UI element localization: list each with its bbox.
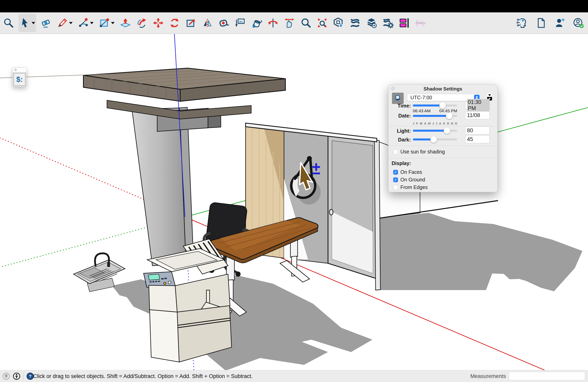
separator: [388, 126, 497, 126]
export-layers-tool[interactable]: [365, 14, 378, 32]
light-value-field[interactable]: 80: [465, 126, 490, 134]
move-tool[interactable]: [152, 14, 165, 32]
dropdown-caret-icon[interactable]: [69, 22, 73, 24]
two-point-arc-tool[interactable]: [77, 14, 95, 32]
3d-warehouse-tool[interactable]: [332, 14, 345, 32]
month-scale: JFMAMJJASOND: [413, 122, 457, 125]
from-edges-checkbox[interactable]: [393, 185, 398, 190]
display-label: Display:: [392, 160, 411, 166]
soften-edges-tool[interactable]: [348, 14, 362, 32]
tape-measure-tool[interactable]: [217, 14, 231, 32]
on-ground-checkbox[interactable]: [393, 177, 398, 182]
time-slider[interactable]: [413, 104, 457, 107]
svg-text:A1: A1: [239, 20, 243, 23]
palette-title-bar[interactable]: [13, 68, 26, 72]
distribute-icon: [415, 17, 426, 29]
time-label: Time:: [388, 103, 411, 109]
model-info-icon[interactable]: [13, 372, 21, 380]
eraser-tool[interactable]: [39, 14, 53, 32]
measurements-input[interactable]: [509, 372, 585, 380]
from-edges-label: From Edges: [400, 184, 428, 190]
flip-tool[interactable]: [201, 14, 214, 32]
add-collaborator-icon: [554, 17, 566, 29]
match-photo-tool[interactable]: [398, 14, 411, 32]
dropdown-caret-icon[interactable]: [32, 22, 35, 24]
extension-settings-tool[interactable]: [381, 14, 394, 32]
help-icon[interactable]: ?: [26, 372, 34, 380]
push-pull-tool[interactable]: [119, 14, 132, 32]
add-collaborator-tool[interactable]: [553, 14, 567, 32]
month-tick: O: [447, 122, 449, 125]
orbit-icon: [267, 17, 279, 29]
show-shadows-toggle[interactable]: [392, 93, 404, 104]
svg-text:?: ?: [29, 374, 32, 379]
move-icon: [153, 17, 164, 29]
palette-close-icon[interactable]: [14, 69, 17, 71]
two-point-arc-icon: [78, 17, 89, 29]
date-slider[interactable]: [413, 115, 457, 117]
on-ground-label: On Ground: [400, 177, 425, 183]
window-title-strip: [0, 0, 588, 12]
dialog-title-bar[interactable]: Shadow Settings: [388, 84, 497, 92]
scale-tool[interactable]: [184, 14, 198, 32]
toolbar-right-group: [516, 12, 585, 34]
price-tool-button[interactable]: $:: [13, 73, 26, 86]
geolocation-icon[interactable]: [2, 372, 10, 380]
follow-me-icon: [136, 17, 147, 29]
display-option-from-edges[interactable]: From Edges: [393, 184, 428, 190]
text-tool[interactable]: A1: [234, 14, 247, 32]
rectangle-tool[interactable]: [98, 14, 116, 32]
extension-settings-icon: [382, 17, 393, 29]
dropdown-caret-icon[interactable]: [90, 22, 94, 24]
zoom-icon: [300, 17, 311, 29]
push-pull-icon: [120, 17, 131, 29]
ai-assistant-tool[interactable]: [516, 14, 529, 32]
search-model-tool[interactable]: [2, 14, 15, 32]
use-sun-row[interactable]: Use sun for shading: [393, 149, 445, 155]
zoom-extents-tool[interactable]: [315, 14, 329, 32]
dark-label: Dark:: [388, 137, 411, 143]
month-tick: J: [413, 122, 414, 125]
on-faces-checkbox[interactable]: [393, 170, 398, 175]
paint-bucket-tool[interactable]: [250, 14, 263, 32]
model-viewport[interactable]: [0, 34, 588, 370]
light-slider[interactable]: [413, 130, 457, 132]
pan-tool[interactable]: [283, 14, 296, 32]
eraser-icon: [41, 17, 52, 29]
distribute-tool[interactable]: [414, 14, 427, 32]
wall-end-edge: [374, 140, 380, 290]
month-tick: J: [436, 122, 437, 125]
shadow-box-icon: [394, 94, 402, 102]
date-value-field[interactable]: 11/08: [465, 111, 490, 119]
door-handle: [329, 209, 333, 215]
month-tick: J: [432, 122, 434, 125]
display-option-on-faces[interactable]: On Faces: [393, 169, 422, 175]
dropdown-caret-icon[interactable]: [111, 22, 115, 24]
freehand-line-tool[interactable]: [56, 14, 74, 32]
main-toolbar: A1: [0, 12, 588, 34]
separator: [388, 146, 497, 146]
zoom-tool[interactable]: [299, 14, 312, 32]
use-sun-checkbox[interactable]: [393, 150, 398, 154]
scale-icon: [185, 17, 197, 29]
rotate-tool[interactable]: [168, 14, 181, 32]
month-tick: M: [428, 122, 431, 125]
measurements-label: Measurements: [470, 370, 506, 382]
select-tool[interactable]: [18, 14, 36, 32]
date-label: Date:: [388, 113, 411, 119]
flip-icon: [202, 17, 213, 29]
match-photo-icon: [399, 17, 410, 29]
month-tick: A: [439, 122, 441, 125]
month-tick: S: [443, 122, 445, 125]
shadow-settings-dialog: Shadow Settings UTC-7:00 + Time: 06:43 A…: [388, 84, 498, 192]
zoom-extents-icon: [316, 17, 328, 29]
new-document-tool[interactable]: [534, 14, 547, 32]
display-option-on-ground[interactable]: On Ground: [393, 177, 425, 183]
account-tool[interactable]: [572, 14, 585, 32]
orbit-tool[interactable]: [266, 14, 280, 32]
follow-me-tool[interactable]: [135, 14, 148, 32]
search-model-icon: [3, 17, 14, 29]
dark-value-field[interactable]: 45: [465, 135, 490, 143]
time-value-field[interactable]: 01:30 PM: [465, 101, 490, 109]
dark-slider[interactable]: [413, 138, 457, 140]
